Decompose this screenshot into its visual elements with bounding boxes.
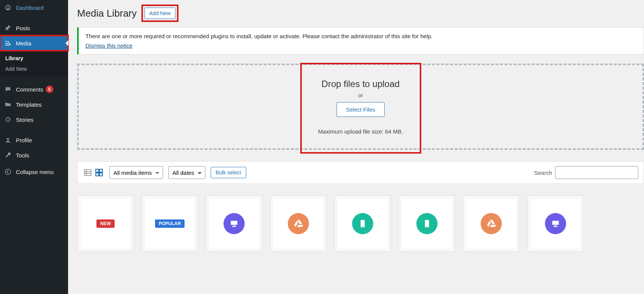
admin-notice: There are one or more required or recomm… bbox=[77, 27, 644, 54]
desktop-icon bbox=[223, 213, 245, 234]
notice-text: There are one or more required or recomm… bbox=[85, 33, 637, 39]
svg-rect-9 bbox=[99, 169, 102, 172]
sidebar-item-posts[interactable]: Posts bbox=[0, 20, 68, 36]
drive-icon bbox=[481, 213, 502, 234]
upload-dropzone[interactable]: Drop files to upload or Select Files Max… bbox=[77, 64, 644, 150]
media-icon bbox=[4, 40, 12, 47]
sidebar-label: Media bbox=[16, 40, 31, 47]
svg-rect-4 bbox=[84, 170, 91, 175]
dropzone-or: or bbox=[318, 92, 403, 98]
media-thumb[interactable] bbox=[463, 195, 520, 252]
search-input[interactable] bbox=[555, 166, 638, 179]
popular-tag: POPULAR bbox=[155, 219, 185, 228]
sidebar-item-tools[interactable]: Tools bbox=[0, 148, 68, 163]
dropzone-max-size: Maximum upload file size: 64 MB. bbox=[318, 128, 403, 135]
svg-rect-21 bbox=[554, 226, 558, 227]
dropzone-heading: Drop files to upload bbox=[318, 79, 403, 89]
dashboard-icon bbox=[4, 4, 12, 11]
svg-point-0 bbox=[6, 118, 10, 121]
submenu-add-new[interactable]: Add New bbox=[0, 64, 68, 74]
media-filter-bar: All media items All dates Bulk select Se… bbox=[77, 161, 644, 184]
svg-rect-10 bbox=[96, 173, 99, 176]
sidebar-item-stories[interactable]: Stories bbox=[0, 112, 68, 127]
wrench-icon bbox=[4, 152, 12, 159]
media-thumb[interactable]: POPULAR bbox=[141, 195, 198, 252]
media-thumb[interactable] bbox=[399, 195, 455, 252]
media-thumb[interactable] bbox=[270, 195, 327, 252]
media-type-filter[interactable]: All media items bbox=[109, 166, 163, 179]
sidebar-label: Dashboard bbox=[16, 5, 43, 11]
sidebar-label: Posts bbox=[16, 25, 30, 31]
sidebar-submenu-media: Library Add New bbox=[0, 51, 68, 76]
media-thumb[interactable]: NEW bbox=[77, 195, 134, 252]
sidebar-item-comments[interactable]: Comments 5 bbox=[0, 82, 68, 97]
svg-point-2 bbox=[7, 138, 9, 140]
drive-icon bbox=[288, 213, 309, 234]
user-icon bbox=[4, 137, 12, 143]
list-view-button[interactable] bbox=[83, 168, 93, 177]
svg-point-18 bbox=[427, 226, 427, 226]
dismiss-notice-link[interactable]: Dismiss this notice bbox=[85, 42, 132, 49]
sidebar-label: Comments bbox=[16, 86, 43, 93]
sidebar-label: Templates bbox=[16, 101, 42, 108]
page-header: Media Library Add New bbox=[77, 5, 644, 22]
admin-sidebar: Dashboard Posts Media Library Add New Co… bbox=[0, 0, 68, 294]
stories-icon bbox=[4, 116, 12, 123]
date-filter[interactable]: All dates bbox=[168, 166, 205, 179]
svg-rect-20 bbox=[555, 225, 556, 226]
view-toggle bbox=[83, 168, 104, 178]
new-tag: NEW bbox=[96, 219, 115, 228]
comment-icon bbox=[4, 86, 12, 93]
folder-icon bbox=[4, 101, 12, 108]
sidebar-label: Stories bbox=[16, 117, 34, 123]
svg-rect-19 bbox=[552, 221, 559, 225]
submenu-library[interactable]: Library bbox=[0, 53, 68, 64]
sidebar-label: Profile bbox=[16, 137, 32, 143]
svg-rect-13 bbox=[233, 225, 235, 226]
add-new-highlight: Add New bbox=[141, 5, 179, 22]
sidebar-item-media[interactable]: Media bbox=[0, 36, 68, 51]
sidebar-item-dashboard[interactable]: Dashboard bbox=[0, 0, 68, 15]
pin-icon bbox=[4, 25, 12, 31]
media-thumb[interactable] bbox=[334, 195, 391, 252]
page-title: Media Library bbox=[77, 8, 137, 19]
mobile-icon bbox=[416, 213, 438, 234]
media-grid: NEW POPULAR bbox=[77, 195, 644, 252]
svg-rect-14 bbox=[232, 226, 236, 227]
svg-point-3 bbox=[5, 169, 11, 174]
sidebar-label: Tools bbox=[16, 152, 29, 159]
collapse-icon bbox=[4, 168, 12, 175]
sidebar-label: Collapse menu bbox=[16, 169, 54, 175]
svg-rect-8 bbox=[96, 169, 99, 172]
svg-rect-11 bbox=[99, 173, 102, 176]
bulk-select-button[interactable]: Bulk select bbox=[211, 167, 246, 178]
desktop-icon bbox=[545, 213, 566, 234]
media-thumb[interactable] bbox=[206, 195, 262, 252]
select-files-button[interactable]: Select Files bbox=[337, 102, 385, 117]
svg-point-16 bbox=[362, 226, 363, 226]
sidebar-item-profile[interactable]: Profile bbox=[0, 132, 68, 148]
add-new-button[interactable]: Add New bbox=[144, 8, 176, 19]
search-label: Search bbox=[534, 170, 552, 176]
grid-view-button[interactable] bbox=[94, 168, 104, 177]
comments-count-badge: 5 bbox=[46, 86, 53, 93]
media-thumb[interactable] bbox=[527, 195, 584, 252]
mobile-icon bbox=[352, 213, 373, 234]
svg-rect-12 bbox=[231, 221, 237, 225]
sidebar-collapse[interactable]: Collapse menu bbox=[0, 164, 68, 179]
sidebar-item-templates[interactable]: Templates bbox=[0, 97, 68, 112]
main-content: Media Library Add New There are one or m… bbox=[68, 0, 644, 294]
